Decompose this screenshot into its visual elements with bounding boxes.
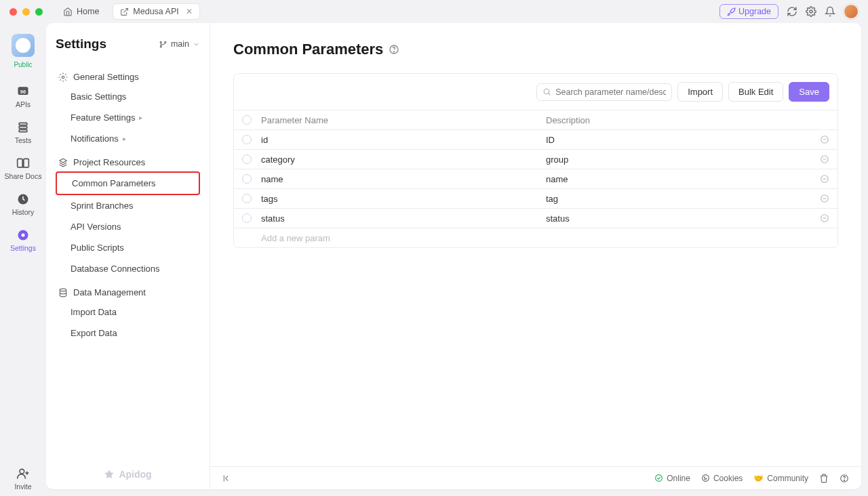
tests-icon (16, 121, 30, 134)
svg-point-26 (706, 478, 707, 479)
bell-icon[interactable] (825, 6, 835, 17)
clock-icon (16, 192, 30, 206)
tab-api-label: Medusa API (133, 7, 178, 16)
import-button[interactable]: Import (677, 82, 723, 102)
param-desc: group (546, 154, 813, 165)
svg-point-25 (704, 477, 705, 478)
remove-row-icon[interactable] (813, 174, 829, 184)
svg-text:96: 96 (20, 89, 26, 95)
refresh-icon[interactable] (787, 6, 797, 17)
home-icon (63, 7, 73, 16)
svg-point-0 (810, 10, 812, 13)
collapse-sidebar-icon[interactable] (222, 474, 232, 483)
param-name: id (261, 135, 546, 145)
search-input[interactable] (536, 83, 672, 101)
rail-item-invite[interactable]: Invite (0, 461, 46, 496)
section-general-settings: General Settings (56, 68, 200, 86)
bulk-edit-button[interactable]: Bulk Edit (728, 82, 783, 102)
rail-item-settings[interactable]: Settings (0, 223, 46, 257)
add-param-row[interactable]: Add a new param (234, 228, 837, 247)
select-all-checkbox[interactable] (242, 115, 252, 125)
sidebar-item-public-scripts[interactable]: Public Scripts (56, 237, 200, 258)
rail-item-apis[interactable]: 96 APIs (0, 79, 46, 114)
apis-icon: 96 (16, 85, 30, 98)
svg-point-13 (62, 76, 64, 79)
invite-icon (16, 467, 30, 480)
remove-row-icon[interactable] (813, 154, 829, 164)
close-icon[interactable]: ✕ (186, 7, 193, 16)
svg-point-12 (165, 41, 166, 43)
table-row[interactable]: categorygroup (234, 149, 837, 169)
upgrade-button[interactable]: Upgrade (719, 4, 778, 19)
table-row[interactable]: statusstatus (234, 208, 837, 228)
remove-row-icon[interactable] (813, 135, 829, 144)
window-controls[interactable] (9, 8, 43, 16)
param-name: status (261, 213, 546, 224)
param-name: name (261, 174, 546, 184)
svg-point-17 (544, 89, 549, 94)
layers-icon (58, 158, 68, 167)
external-link-icon (120, 7, 129, 16)
svg-point-10 (160, 41, 161, 43)
section-data-management: Data Management (56, 283, 200, 302)
rail-item-share-docs[interactable]: Share Docs (0, 151, 46, 186)
param-desc: tag (546, 194, 813, 204)
database-icon (58, 288, 68, 297)
chevron-right-icon: ▸ (123, 135, 126, 142)
tab-medusa-api[interactable]: Medusa API ✕ (113, 3, 199, 20)
branch-selector[interactable]: main (159, 39, 200, 49)
tab-home[interactable]: Home (56, 4, 106, 19)
status-cookies[interactable]: Cookies (701, 474, 743, 483)
settings-icon (16, 228, 30, 242)
branch-icon (159, 40, 167, 49)
param-name: category (261, 154, 546, 165)
svg-point-27 (705, 479, 705, 480)
chevron-right-icon: ▸ (139, 114, 142, 121)
param-desc: ID (546, 135, 813, 145)
svg-point-8 (22, 234, 25, 237)
svg-rect-4 (19, 126, 27, 128)
remove-row-icon[interactable] (813, 194, 829, 203)
status-community[interactable]: 🤝 Community (753, 474, 808, 483)
sidebar-item-database-connections[interactable]: Database Connections (56, 258, 200, 279)
project-logo[interactable] (12, 34, 35, 57)
svg-rect-5 (19, 129, 27, 131)
row-checkbox[interactable] (242, 174, 252, 184)
sidebar-item-feature-settings[interactable]: Feature Settings▸ (56, 107, 200, 128)
chevron-down-icon (193, 41, 200, 48)
sidebar-item-notifications[interactable]: Notifications▸ (56, 128, 200, 149)
sidebar-item-common-parameters[interactable]: Common Parameters (56, 171, 200, 195)
sidebar-item-sprint-branches[interactable]: Sprint Branches (56, 195, 200, 216)
row-checkbox[interactable] (242, 213, 252, 223)
gear-icon[interactable] (806, 6, 816, 17)
param-desc: status (546, 213, 813, 224)
sidebar-item-basic-settings[interactable]: Basic Settings (56, 86, 200, 107)
row-checkbox[interactable] (242, 194, 252, 203)
table-row[interactable]: tagstag (234, 188, 837, 208)
svg-point-14 (60, 289, 66, 291)
table-row[interactable]: idID (234, 129, 837, 149)
status-online[interactable]: Online (654, 474, 690, 483)
save-button[interactable]: Save (789, 82, 829, 102)
remove-row-icon[interactable] (813, 213, 829, 223)
sidebar-item-api-versions[interactable]: API Versions (56, 216, 200, 237)
avatar[interactable] (844, 4, 859, 19)
svg-point-29 (844, 480, 845, 480)
rail-item-history[interactable]: History (0, 187, 46, 222)
check-circle-icon (654, 474, 663, 482)
row-checkbox[interactable] (242, 135, 252, 144)
svg-point-23 (656, 475, 663, 482)
help-icon[interactable] (389, 44, 399, 55)
rail-item-tests[interactable]: Tests (0, 115, 46, 150)
sidebar-item-export-data[interactable]: Export Data (56, 323, 200, 344)
sidebar-item-import-data[interactable]: Import Data (56, 302, 200, 323)
svg-rect-3 (19, 123, 27, 125)
help-circle-icon[interactable] (840, 474, 849, 483)
gear-icon (58, 73, 68, 82)
trash-icon[interactable] (819, 474, 829, 483)
col-header-name: Parameter Name (261, 115, 546, 125)
apidog-logo: Apidog (56, 461, 200, 482)
project-visibility: Public (14, 61, 32, 68)
table-row[interactable]: namename (234, 169, 837, 188)
row-checkbox[interactable] (242, 154, 252, 164)
